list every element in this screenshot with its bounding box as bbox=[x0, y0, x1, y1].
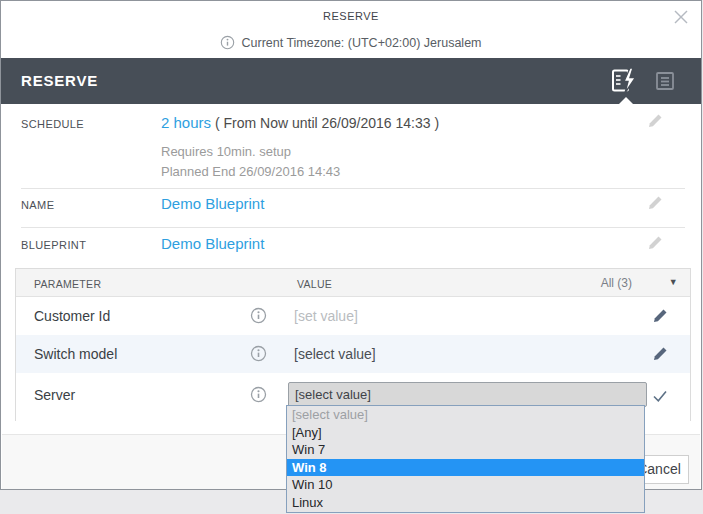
info-icon[interactable] bbox=[250, 307, 267, 324]
row-divider bbox=[21, 227, 685, 228]
parameters-table: PARAMETER VALUE All (3) ▼ Customer Id [s… bbox=[15, 268, 691, 421]
dropdown-option[interactable]: Win 10 bbox=[287, 476, 644, 494]
parameter-name: Customer Id bbox=[34, 308, 110, 324]
blueprint-edit-pencil-icon[interactable] bbox=[648, 235, 663, 254]
row-divider bbox=[21, 188, 685, 189]
edit-pencil-icon[interactable] bbox=[653, 346, 668, 365]
schedule-setup-note: Requires 10min. setup bbox=[161, 144, 291, 159]
reserve-header-bar: RESERVE bbox=[1, 58, 701, 104]
parameter-value[interactable]: [select value] bbox=[294, 346, 376, 362]
blueprint-value-link[interactable]: Demo Blueprint bbox=[161, 235, 264, 252]
close-icon[interactable] bbox=[671, 7, 691, 27]
schedule-edit-pencil-icon[interactable] bbox=[648, 113, 663, 132]
dialog-title: RESERVE bbox=[1, 10, 701, 22]
column-header-parameter: PARAMETER bbox=[34, 278, 101, 290]
properties-list-icon[interactable] bbox=[655, 71, 675, 91]
schedule-range: ( From Now until 26/09/2016 14:33 ) bbox=[211, 115, 439, 131]
edit-pencil-icon[interactable] bbox=[653, 308, 668, 327]
name-value-link[interactable]: Demo Blueprint bbox=[161, 195, 264, 212]
info-icon[interactable] bbox=[250, 386, 267, 403]
schedule-duration-link[interactable]: 2 hours bbox=[161, 114, 211, 131]
filter-caret-icon[interactable]: ▼ bbox=[669, 277, 678, 287]
name-edit-pencil-icon[interactable] bbox=[648, 195, 663, 214]
dropdown-option[interactable]: Win 7 bbox=[287, 441, 644, 459]
dropdown-option[interactable]: [select value] bbox=[287, 406, 644, 424]
reserve-flash-icon[interactable] bbox=[611, 67, 638, 94]
blueprint-label: BLUEPRINT bbox=[21, 239, 86, 251]
parameters-table-header: PARAMETER VALUE All (3) ▼ bbox=[16, 269, 690, 297]
dropdown-option[interactable]: [Any] bbox=[287, 424, 644, 442]
reserve-dialog-page: RESERVE Current Timezone: (UTC+02:00) Je… bbox=[0, 0, 703, 514]
parameter-name: Server bbox=[34, 387, 75, 403]
dropdown-option[interactable]: Linux bbox=[287, 494, 644, 512]
info-icon[interactable] bbox=[250, 345, 267, 362]
active-tab-caret bbox=[619, 97, 633, 104]
confirm-check-icon[interactable] bbox=[652, 388, 668, 408]
dropdown-option-selected[interactable]: Win 8 bbox=[287, 459, 644, 477]
info-icon bbox=[220, 35, 235, 50]
header-bar-title: RESERVE bbox=[21, 72, 98, 89]
table-row-switch-model[interactable]: Switch model [select value] bbox=[16, 335, 690, 373]
server-dropdown-list: [select value] [Any] Win 7 Win 8 Win 10 … bbox=[286, 405, 645, 513]
schedule-label: SCHEDULE bbox=[21, 118, 84, 130]
parameters-filter[interactable]: All (3) bbox=[601, 276, 632, 290]
schedule-planned-end: Planned End 26/09/2016 14:43 bbox=[161, 164, 340, 179]
table-row-customer-id[interactable]: Customer Id [set value] bbox=[16, 297, 690, 335]
name-label: NAME bbox=[21, 199, 54, 211]
parameter-name: Switch model bbox=[34, 346, 117, 362]
parameter-value[interactable]: [set value] bbox=[294, 308, 358, 324]
timezone-note: Current Timezone: (UTC+02:00) Jerusalem bbox=[1, 35, 701, 50]
timezone-text: Current Timezone: (UTC+02:00) Jerusalem bbox=[241, 36, 481, 50]
column-header-value: VALUE bbox=[297, 278, 332, 290]
schedule-value: 2 hours ( From Now until 26/09/2016 14:3… bbox=[161, 114, 439, 131]
server-select-input[interactable]: [select value] bbox=[288, 382, 647, 407]
